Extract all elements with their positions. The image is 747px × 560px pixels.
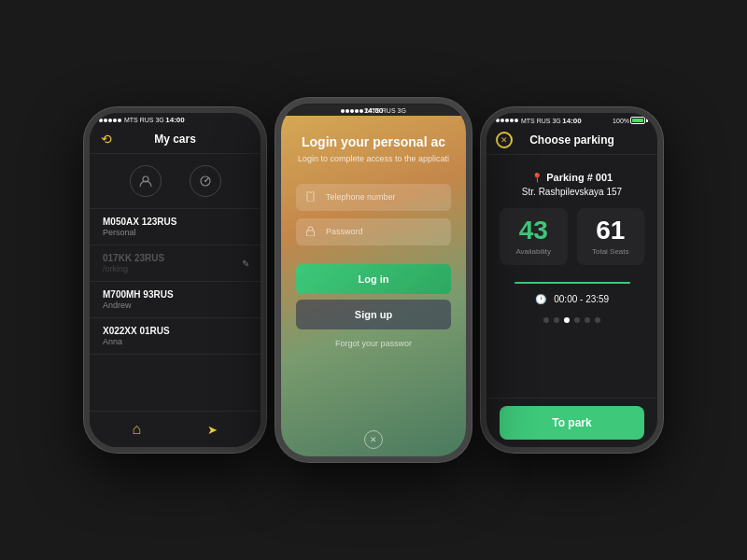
screen-left: ⟲ My cars [90, 125, 261, 447]
home-icon[interactable]: ⌂ [133, 421, 142, 438]
dot-6[interactable] [595, 317, 600, 323]
carrier-right: MTS RUS 3G [521, 118, 561, 124]
dot-2[interactable] [554, 317, 559, 323]
time-center: 14:00 [364, 106, 383, 115]
clock-icon: 🕐 [535, 294, 546, 304]
car-item[interactable]: X022XX 01RUS Anna [90, 318, 261, 355]
login-content: Login your personal ac Login to complete… [281, 116, 466, 423]
edit-icon[interactable]: ✎ [242, 259, 249, 269]
password-field[interactable]: Password [296, 218, 451, 245]
bottom-nav: ⌂ ➤ [90, 411, 261, 447]
car-owner: Anna [103, 337, 247, 346]
status-bar-center: MTS RUS 3G 14:00 [281, 104, 466, 116]
dot-4[interactable] [574, 317, 580, 323]
signup-button[interactable]: Sign up [296, 300, 451, 329]
car-item[interactable]: M050AX 123RUS Personal [90, 209, 261, 245]
phone-placeholder: Telephone number [326, 192, 396, 202]
car-plate: 017KK 23RUS [103, 253, 247, 263]
park-button[interactable]: To park [500, 406, 644, 440]
status-bar-right: MTS RUS 3G 14:00 100% [486, 113, 657, 126]
phone-center: MTS RUS 3G 14:00 Login your personal ac … [275, 98, 472, 462]
car-owner: /orking [103, 264, 247, 273]
signal-carrier-left: MTS RUS 3G [99, 117, 164, 123]
lock-icon [305, 226, 318, 238]
phone-field[interactable]: Telephone number [296, 184, 451, 211]
login-subtitle: Login to complete access to the applicat… [296, 153, 451, 165]
speedometer-icon[interactable] [190, 165, 221, 197]
right-header: ✕ Choose parking [486, 126, 657, 155]
svg-point-2 [204, 180, 206, 182]
car-plate: M050AX 123RUS [103, 217, 247, 227]
status-bar-left: MTS RUS 3G 14:00 [90, 113, 261, 125]
back-icon[interactable]: ⟲ [101, 132, 112, 147]
parking-content: 📍 Parking # 001 Str. Rashpilevskaya 157 … [486, 155, 657, 398]
dot-5[interactable] [585, 317, 590, 323]
close-button-center[interactable]: ✕ [364, 430, 383, 449]
left-icons-row [90, 154, 261, 209]
carrier-left: MTS RUS 3G [124, 117, 164, 123]
parking-stats: 43 Availability 61 Total Seats [500, 208, 644, 265]
car-item[interactable]: 017KK 23RUS /orking ✎ [90, 245, 261, 282]
dot-1[interactable] [543, 317, 549, 323]
center-close-area: ✕ [281, 423, 466, 456]
page-title-right: Choose parking [529, 133, 614, 147]
page-title-left: My cars [154, 133, 196, 146]
battery-right: 100% [613, 117, 648, 124]
password-placeholder: Password [326, 227, 363, 236]
location-icon: 📍 [531, 173, 543, 183]
car-item[interactable]: M700MH 93RUS Andrew [90, 282, 261, 318]
screen-center: Login your personal ac Login to complete… [281, 116, 466, 456]
phone-left: MTS RUS 3G 14:00 ⟲ My cars [84, 107, 266, 453]
left-header: ⟲ My cars [90, 125, 261, 154]
cars-list: M050AX 123RUS Personal 017KK 23RUS /orki… [90, 209, 261, 411]
dot-3-active[interactable] [564, 317, 570, 323]
car-owner: Andrew [103, 301, 247, 310]
car-owner: Personal [103, 228, 247, 237]
close-button-right[interactable]: ✕ [496, 132, 513, 148]
total-seats-label: Total Seats [585, 247, 638, 256]
signal-carrier-right: MTS RUS 3G [496, 118, 561, 124]
parking-location: 📍 Parking # 001 Str. Rashpilevskaya 157 [500, 168, 644, 197]
parking-address: Str. Rashpilevskaya 157 [500, 187, 644, 197]
hours-text: 00:00 - 23:59 [554, 294, 609, 304]
login-title: Login your personal ac [296, 134, 451, 149]
profile-icon[interactable] [130, 165, 162, 197]
forgot-password[interactable]: Forgot your passwor [296, 339, 451, 348]
total-seats-box: 61 Total Seats [577, 208, 645, 265]
send-icon[interactable]: ➤ [207, 423, 218, 437]
phone-icon [305, 191, 318, 203]
car-plate: M700MH 93RUS [103, 289, 247, 300]
login-buttons: Log in Sign up Forgot your passwor [296, 264, 451, 348]
svg-rect-5 [307, 231, 315, 236]
parking-hours: 🕐 00:00 - 23:59 [500, 276, 644, 306]
total-seats-number: 61 [585, 217, 638, 244]
time-left: 14:00 [165, 116, 184, 124]
availability-number: 43 [507, 217, 560, 244]
phone-right: MTS RUS 3G 14:00 100% ✕ Choose parking [481, 107, 663, 453]
login-button[interactable]: Log in [296, 264, 451, 294]
availability-label: Availability [507, 247, 560, 256]
pagination-dots [500, 317, 644, 323]
svg-rect-4 [309, 192, 312, 193]
parking-name: Parking # 001 [546, 172, 613, 183]
screen-right: ✕ Choose parking 📍 Parking # 001 Str. Ra… [486, 126, 657, 447]
car-plate: X022XX 01RUS [103, 326, 247, 336]
right-bottom: To park [486, 398, 657, 447]
time-right: 14:00 [562, 117, 581, 125]
availability-box: 43 Availability [500, 208, 568, 265]
